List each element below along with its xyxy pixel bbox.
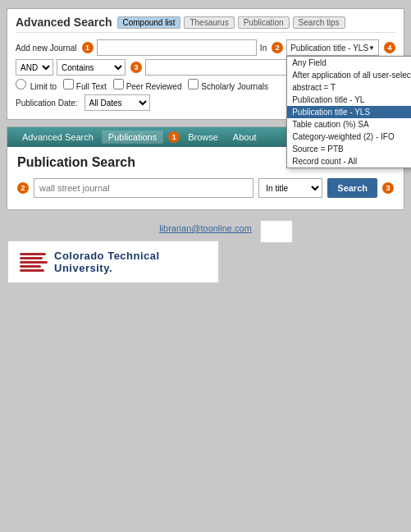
dropdown-item[interactable]: Record count - All xyxy=(287,155,411,167)
dropdown-item[interactable]: Publication title - YL xyxy=(287,94,411,106)
scholarly-journals-label: Scholarly Journals xyxy=(188,79,268,91)
full-text-label: Full Text xyxy=(63,79,107,91)
boolean-select[interactable]: ANDORNOT xyxy=(16,59,53,76)
advanced-search-panel: Advanced Search Compound list Thesaurus … xyxy=(7,8,404,120)
badge-4: 4 xyxy=(384,42,395,53)
tab-search-tips[interactable]: Search tips xyxy=(293,16,345,29)
footer-white-box xyxy=(260,220,293,243)
badge-1: 1 xyxy=(82,42,94,53)
ctu-name-text: Colorado Technical University. xyxy=(54,250,207,274)
main-search-input[interactable] xyxy=(97,39,257,56)
search-label: Add new Journal xyxy=(16,44,77,53)
ctu-name: Colorado Technical University. xyxy=(54,250,207,274)
peer-reviewed-label: Peer Reviewed xyxy=(113,79,182,91)
tab-compound-list[interactable]: Compound list xyxy=(117,16,181,29)
dropdown-item[interactable]: abstract = T xyxy=(287,81,411,94)
pub-search-row: 2 In title In all fields Search 3 xyxy=(17,178,394,198)
wave-1 xyxy=(20,253,46,255)
ctu-waves-icon xyxy=(20,253,48,272)
limit-to-label: Limit to xyxy=(16,79,57,91)
dropdown-trigger[interactable]: Publication title - YLS ▼ xyxy=(286,39,379,56)
wave-2 xyxy=(20,257,43,259)
wave-3 xyxy=(20,261,48,264)
chevron-down-icon: ▼ xyxy=(368,44,375,52)
pub-badge-2: 2 xyxy=(17,182,29,194)
field-mode-select[interactable]: ContainsExact Phrase xyxy=(57,59,126,76)
badge-2: 2 xyxy=(272,42,283,53)
nav-publications[interactable]: Publications xyxy=(102,131,163,144)
adv-search-header: Advanced Search Compound list Thesaurus … xyxy=(16,16,395,33)
nav-about[interactable]: About xyxy=(226,131,263,144)
dropdown-item-selected[interactable]: Publication title - YLS xyxy=(287,106,411,118)
wave-5 xyxy=(20,269,44,272)
peer-reviewed-checkbox[interactable] xyxy=(113,79,124,89)
dropdown-item[interactable]: Table caution (%) SA xyxy=(287,118,411,131)
dropdown-list: Any Field After application of all user-… xyxy=(286,56,411,168)
adv-tabs: Compound list Thesaurus Publication Sear… xyxy=(117,16,345,29)
main-search-row: Add new Journal 1 In 2 Publication title… xyxy=(16,39,395,56)
scholarly-journals-checkbox[interactable] xyxy=(188,79,199,89)
limit-radio[interactable] xyxy=(16,79,26,89)
dropdown-item[interactable]: Source = PTB xyxy=(287,143,411,155)
ctu-logo: Colorado Technical University. xyxy=(7,240,220,284)
badge-3: 3 xyxy=(130,62,142,73)
dropdown-item[interactable]: Category-weighted (2) - IFO xyxy=(287,131,411,143)
field-type-dropdown[interactable]: Publication title - YLS ▼ Any Field Afte… xyxy=(286,39,379,56)
nav-advanced-search[interactable]: Advanced Search xyxy=(16,131,100,144)
nav-browse[interactable]: Browse xyxy=(181,131,225,144)
pub-in-select[interactable]: In title In all fields xyxy=(258,178,322,198)
tab-thesaurus[interactable]: Thesaurus xyxy=(184,16,234,29)
full-text-checkbox[interactable] xyxy=(63,79,74,89)
pub-date-select[interactable]: All Dates Last Year Last 5 Years xyxy=(84,94,150,111)
wave-4 xyxy=(20,265,41,268)
adv-search-title: Advanced Search xyxy=(16,16,112,29)
dropdown-selected-label: Publication title - YLS xyxy=(290,44,368,53)
in-label: In xyxy=(260,44,267,53)
nav-badge-1: 1 xyxy=(168,131,180,143)
pub-badge-3: 3 xyxy=(382,182,394,194)
pub-date-label: Publication Date: xyxy=(16,99,78,108)
dropdown-item[interactable]: After application of all user-selected f… xyxy=(287,69,411,81)
pub-search-input[interactable] xyxy=(34,178,253,198)
footer: librarian@toonline.com xyxy=(7,223,404,233)
footer-email-link[interactable]: librarian@toonline.com xyxy=(159,223,252,233)
dropdown-item[interactable]: Any Field xyxy=(287,57,411,69)
tab-publication[interactable]: Publication xyxy=(238,16,290,29)
pub-search-button[interactable]: Search xyxy=(327,178,377,198)
